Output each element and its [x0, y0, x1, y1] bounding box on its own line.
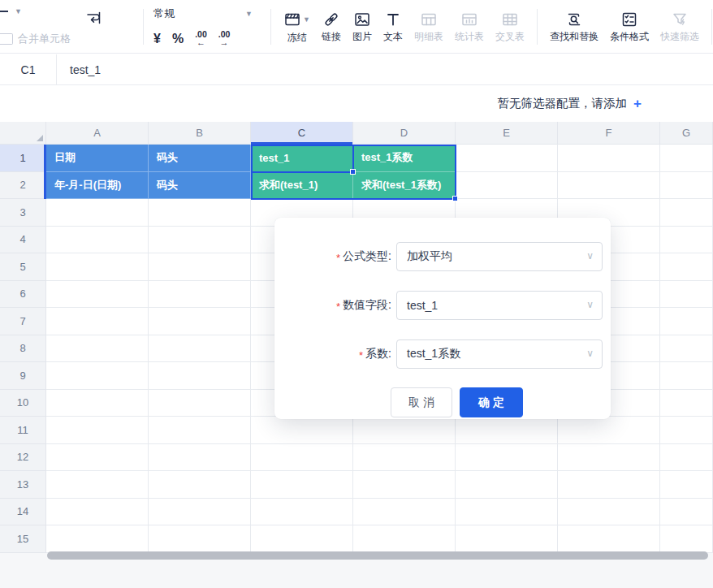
row-header-11[interactable]: 11: [0, 417, 46, 444]
cell-G14[interactable]: [660, 499, 713, 526]
cell-G15[interactable]: [660, 525, 713, 553]
border-style-icon[interactable]: [0, 11, 8, 12]
column-header-C[interactable]: C: [251, 122, 353, 145]
cell-B7[interactable]: [149, 308, 251, 335]
cancel-button[interactable]: 取 消: [391, 387, 452, 417]
cell-D1[interactable]: test_1系数: [353, 145, 456, 172]
cell-B11[interactable]: [149, 417, 251, 444]
column-header-A[interactable]: A: [46, 122, 149, 145]
link-button[interactable]: 链接: [316, 2, 347, 51]
cell-G8[interactable]: [660, 335, 713, 363]
row-header-1[interactable]: 1: [0, 145, 46, 172]
cell-B8[interactable]: [149, 335, 251, 363]
horizontal-scrollbar[interactable]: [47, 551, 708, 560]
cell-A8[interactable]: [46, 335, 149, 363]
detail-table-button[interactable]: 明细表: [408, 2, 449, 51]
cell-F13[interactable]: [558, 471, 660, 499]
column-header-F[interactable]: F: [558, 122, 660, 145]
cell-A15[interactable]: [46, 525, 149, 553]
column-header-G[interactable]: G: [660, 122, 713, 145]
cell-A5[interactable]: [46, 253, 149, 281]
cell-F1[interactable]: [558, 145, 660, 172]
freeze-button[interactable]: ▼ 冻结: [278, 2, 316, 51]
cell-E14[interactable]: [456, 499, 558, 526]
row-header-12[interactable]: 12: [0, 444, 46, 472]
value-field-select[interactable]: test_1 ∨: [396, 291, 603, 320]
cell-C12[interactable]: [251, 444, 353, 472]
cell-B2[interactable]: 码头: [149, 172, 251, 200]
cell-G2[interactable]: [660, 172, 713, 200]
cell-G13[interactable]: [660, 471, 713, 499]
currency-format-button[interactable]: ¥: [153, 32, 161, 46]
cell-C14[interactable]: [251, 499, 353, 526]
merge-cells-button[interactable]: 合并单元格: [0, 32, 71, 46]
formula-type-select[interactable]: 加权平均 ∨: [396, 242, 603, 271]
cell-B12[interactable]: [149, 444, 251, 472]
cell-B13[interactable]: [149, 471, 251, 499]
cell-A4[interactable]: [46, 227, 149, 254]
cell-B4[interactable]: [149, 227, 251, 254]
row-header-3[interactable]: 3: [0, 199, 46, 227]
conditional-format-button[interactable]: 条件格式: [604, 2, 655, 51]
cell-C1[interactable]: test_1: [251, 145, 353, 172]
column-header-B[interactable]: B: [149, 122, 251, 145]
column-header-D[interactable]: D: [353, 122, 456, 145]
cell-F12[interactable]: [558, 444, 660, 472]
cell-A7[interactable]: [46, 308, 149, 335]
row-header-4[interactable]: 4: [0, 227, 46, 254]
row-header-5[interactable]: 5: [0, 253, 46, 281]
cell-B6[interactable]: [149, 281, 251, 309]
wrap-text-icon[interactable]: [84, 9, 102, 27]
cell-E1[interactable]: [456, 145, 558, 172]
cell-B14[interactable]: [149, 499, 251, 526]
cell-B9[interactable]: [149, 362, 251, 390]
row-header-6[interactable]: 6: [0, 281, 46, 309]
formula-input[interactable]: test_1: [57, 54, 713, 84]
row-header-7[interactable]: 7: [0, 308, 46, 335]
row-header-13[interactable]: 13: [0, 471, 46, 499]
cell-E2[interactable]: [456, 172, 558, 200]
cell-A14[interactable]: [46, 499, 149, 526]
cell-A10[interactable]: [46, 390, 149, 417]
cell-E13[interactable]: [456, 471, 558, 499]
select-all-corner[interactable]: [0, 122, 46, 145]
row-header-9[interactable]: 9: [0, 362, 46, 390]
cell-E15[interactable]: [456, 525, 558, 553]
cell-G7[interactable]: [660, 308, 713, 335]
cell-E11[interactable]: [456, 417, 558, 444]
percent-format-button[interactable]: %: [172, 32, 184, 46]
cell-F15[interactable]: [558, 525, 660, 553]
cell-G10[interactable]: [660, 390, 713, 417]
cell-B5[interactable]: [149, 253, 251, 281]
cell-G12[interactable]: [660, 444, 713, 472]
cell-B1[interactable]: 码头: [149, 145, 251, 172]
find-replace-button[interactable]: 查找和替换: [544, 2, 604, 51]
cell-B15[interactable]: [149, 525, 251, 553]
cell-D13[interactable]: [353, 471, 456, 499]
add-filter-button[interactable]: +: [633, 97, 642, 110]
row-header-14[interactable]: 14: [0, 499, 46, 526]
cell-A11[interactable]: [46, 417, 149, 444]
cell-D14[interactable]: [353, 499, 456, 526]
cell-F11[interactable]: [558, 417, 660, 444]
cell-G1[interactable]: [660, 145, 713, 172]
cell-G11[interactable]: [660, 417, 713, 444]
confirm-button[interactable]: 确 定: [460, 387, 523, 417]
cell-D15[interactable]: [353, 525, 456, 553]
quick-filter-button[interactable]: 快速筛选: [655, 2, 705, 51]
text-button[interactable]: 文本: [378, 2, 408, 51]
cell-B3[interactable]: [149, 199, 251, 227]
cell-A9[interactable]: [46, 362, 149, 390]
cell-A12[interactable]: [46, 444, 149, 472]
cell-reference-box[interactable]: C1: [0, 54, 57, 84]
cell-C2[interactable]: 求和(test_1): [251, 172, 353, 200]
cell-C13[interactable]: [251, 471, 353, 499]
column-header-E[interactable]: E: [456, 122, 558, 145]
cell-D12[interactable]: [353, 444, 456, 472]
cell-G3[interactable]: [660, 199, 713, 227]
cell-D2[interactable]: 求和(test_1系数): [353, 172, 456, 200]
cell-G5[interactable]: [660, 253, 713, 281]
cell-G4[interactable]: [660, 227, 713, 254]
cell-A6[interactable]: [46, 281, 149, 309]
cross-table-button[interactable]: 交叉表: [490, 2, 530, 51]
